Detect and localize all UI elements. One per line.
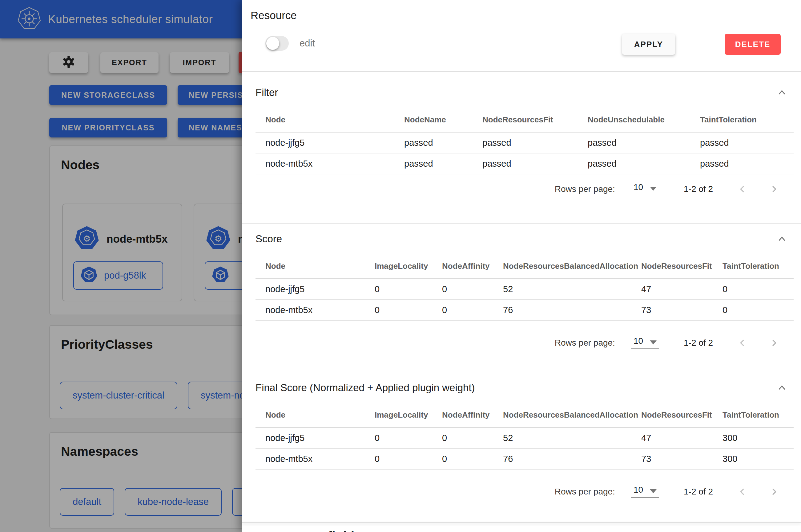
filter-section-title: Filter [255, 87, 278, 98]
next-page-button[interactable] [766, 182, 781, 196]
final-score-pagination: Rows per page: 10 1-2 of 2 [255, 481, 781, 503]
column-header: NodeResourcesBalancedAllocation [503, 254, 641, 279]
column-header: Node [255, 107, 404, 132]
table-cell: passed [700, 132, 794, 153]
next-page-button[interactable] [766, 484, 781, 499]
rows-per-page-value: 10 [634, 486, 643, 494]
table-cell: 0 [442, 448, 503, 469]
table-cell: 47 [641, 428, 723, 448]
table-cell: 300 [723, 428, 794, 448]
column-header: ImageLocality [375, 254, 442, 279]
table-cell: 0 [442, 428, 503, 448]
apply-button-label: APPLY [634, 40, 663, 49]
table-cell: 52 [503, 428, 641, 448]
column-header: NodeName [404, 107, 483, 132]
delete-button[interactable]: DELETE [725, 34, 781, 55]
column-header: TaintToleration [723, 254, 794, 279]
dropdown-arrow-icon [650, 489, 657, 493]
previous-page-button[interactable] [735, 484, 750, 499]
table-cell: node-jjfg5 [255, 428, 375, 448]
table-row: node-jjfg5005247300 [255, 428, 794, 448]
chevron-up-icon[interactable] [775, 380, 789, 395]
table-cell: 0 [723, 300, 794, 320]
table-cell: node-mtb5x [255, 153, 404, 174]
previous-page-button[interactable] [735, 182, 750, 196]
rows-per-page-value: 10 [634, 183, 643, 192]
score-section-title: Score [255, 233, 282, 245]
table-cell: 73 [641, 448, 723, 469]
dropdown-arrow-icon [650, 187, 657, 191]
final-score-section-title: Final Score (Normalized + Applied plugin… [255, 382, 475, 394]
table-row: node-jjfg50052470 [255, 279, 794, 300]
chevron-up-icon[interactable] [775, 231, 789, 246]
dropdown-arrow-icon [650, 340, 657, 344]
table-cell: passed [483, 132, 588, 153]
table-cell: node-mtb5x [255, 300, 375, 320]
rows-per-page-select[interactable]: 10 [631, 486, 659, 498]
table-cell: 300 [723, 448, 794, 469]
edit-toggle-label: edit [299, 34, 315, 53]
divider [242, 223, 801, 224]
column-header: Node [255, 402, 375, 428]
column-header: NodeAffinity [442, 254, 503, 279]
rows-per-page-label: Rows per page: [555, 487, 615, 497]
resource-definition-title: Resource Definition [251, 529, 801, 532]
table-cell: 0 [375, 279, 442, 300]
column-header: NodeResourcesBalancedAllocation [503, 402, 641, 428]
table-row: node-jjfg5passedpassedpassedpassed [255, 132, 794, 153]
table-header-row: NodeNodeNameNodeResourcesFitNodeUnschedu… [255, 107, 794, 132]
divider [242, 71, 801, 72]
column-header: TaintToleration [723, 402, 794, 428]
edit-toggle[interactable] [265, 36, 289, 51]
previous-page-button[interactable] [735, 336, 750, 350]
table-cell: passed [404, 153, 483, 174]
table-cell: 0 [375, 448, 442, 469]
table-cell: passed [483, 153, 588, 174]
column-header: ImageLocality [375, 402, 442, 428]
table-cell: 47 [641, 279, 723, 300]
table-cell: 76 [503, 300, 641, 320]
divider [242, 522, 801, 523]
divider [242, 369, 801, 369]
score-table: NodeImageLocalityNodeAffinityNodeResourc… [255, 254, 794, 321]
table-cell: node-mtb5x [255, 448, 375, 469]
filter-table: NodeNodeNameNodeResourcesFitNodeUnschedu… [255, 107, 794, 174]
table-cell: 73 [641, 300, 723, 320]
column-header: TaintToleration [700, 107, 794, 132]
rows-per-page-select[interactable]: 10 [631, 337, 659, 349]
column-header: NodeUnschedulable [588, 107, 700, 132]
page-range-label: 1-2 of 2 [684, 487, 713, 497]
rows-per-page-label: Rows per page: [555, 338, 615, 348]
table-cell: 76 [503, 448, 641, 469]
rows-per-page-label: Rows per page: [555, 184, 615, 194]
table-cell: 52 [503, 279, 641, 300]
next-page-button[interactable] [766, 336, 781, 350]
final-score-table: NodeImageLocalityNodeAffinityNodeResourc… [255, 402, 794, 470]
column-header: NodeAffinity [442, 402, 503, 428]
table-cell: passed [588, 132, 700, 153]
table-cell: node-jjfg5 [255, 279, 375, 300]
table-cell: 0 [442, 279, 503, 300]
score-pagination: Rows per page: 10 1-2 of 2 [255, 332, 781, 354]
delete-button-label: DELETE [735, 40, 770, 49]
filter-section: Filter NodeNodeNameNodeResourcesFitNodeU… [242, 85, 801, 224]
table-header-row: NodeImageLocalityNodeAffinityNodeResourc… [255, 254, 794, 279]
table-cell: passed [700, 153, 794, 174]
column-header: Node [255, 254, 375, 279]
score-section: Score NodeImageLocalityNodeAffinityNodeR… [242, 231, 801, 369]
chevron-up-icon[interactable] [775, 85, 789, 100]
table-cell: 0 [723, 279, 794, 300]
table-cell: 0 [375, 428, 442, 448]
resource-drawer: Resource edit APPLY DELETE Filter NodeNo… [242, 0, 801, 532]
edit-toggle-knob [266, 37, 279, 50]
table-cell: passed [588, 153, 700, 174]
apply-button[interactable]: APPLY [622, 34, 675, 55]
table-row: node-mtb5x0076730 [255, 300, 794, 320]
rows-per-page-select[interactable]: 10 [631, 183, 659, 195]
table-cell: node-jjfg5 [255, 132, 404, 153]
column-header: NodeResourcesFit [641, 402, 723, 428]
table-cell: 0 [375, 300, 442, 320]
table-row: node-mtb5xpassedpassedpassedpassed [255, 153, 794, 174]
page-range-label: 1-2 of 2 [684, 338, 713, 348]
table-cell: 0 [442, 300, 503, 320]
